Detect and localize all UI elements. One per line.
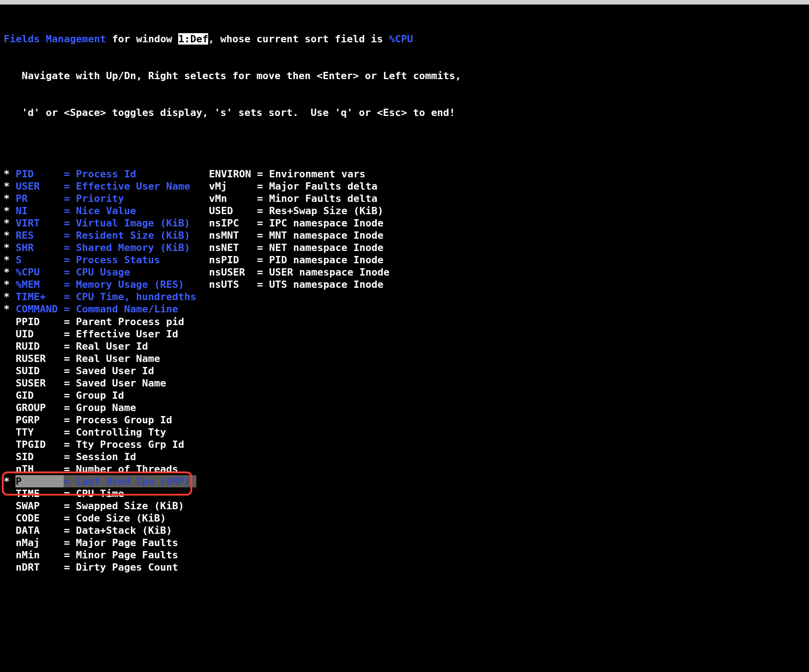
header-title: Fields Management (4, 33, 106, 45)
field-row[interactable]: nsUSER = USER namespace Inode (197, 266, 390, 278)
field-row[interactable]: * %CPU = CPU Usage (4, 266, 196, 278)
field-star (4, 328, 15, 340)
field-equal: = (64, 192, 75, 205)
field-row[interactable]: nDRT = Dirty Pages Count (4, 561, 196, 573)
field-row[interactable]: * SHR = Shared Memory (KiB) (4, 241, 196, 254)
field-desc: Effective User Id (76, 328, 178, 340)
field-desc: Saved User Name (76, 377, 166, 389)
field-row[interactable]: * %MEM = Memory Usage (RES) (4, 278, 196, 291)
field-equal: = (64, 303, 75, 315)
field-row[interactable]: PPID = Parent Process pid (4, 316, 196, 328)
field-desc: Swapped Size (KiB) (76, 500, 184, 512)
field-key: VIRT (15, 217, 64, 229)
field-desc: Controlling Tty (76, 426, 166, 438)
field-desc: Resident Size (KiB) (76, 229, 190, 241)
field-equal: = (257, 192, 269, 205)
field-row[interactable]: nsPID = PID namespace Inode (197, 254, 390, 266)
field-key: CODE (15, 512, 64, 524)
field-star: * (4, 192, 15, 205)
field-row[interactable]: * COMMAND= Command Name/Line (4, 303, 196, 315)
field-key: SUSER (15, 377, 64, 389)
field-row[interactable]: * VIRT = Virtual Image (KiB) (4, 217, 196, 229)
field-row[interactable]: TTY = Controlling Tty (4, 426, 196, 438)
field-desc: Process Group Id (76, 414, 172, 426)
field-equal: = (64, 340, 75, 352)
field-equal: = (64, 512, 75, 524)
field-row[interactable]: * PID = Process Id (4, 168, 196, 180)
field-star: * (4, 217, 15, 229)
field-row[interactable]: * USER = Effective User Name (4, 180, 196, 192)
field-desc: Real User Id (76, 340, 148, 352)
field-row[interactable]: ENVIRON= Environment vars (197, 168, 390, 180)
help-line-2: 'd' or <Space> toggles display, 's' sets… (4, 106, 805, 119)
field-star (197, 278, 209, 291)
field-row[interactable]: PGRP = Process Group Id (4, 414, 196, 426)
field-row[interactable]: nsUTS = UTS namespace Inode (197, 278, 390, 291)
field-row[interactable]: nsIPC = IPC namespace Inode (197, 217, 390, 229)
field-row[interactable]: * PR = Priority (4, 192, 196, 205)
sort-field: %CPU (389, 33, 413, 45)
field-equal: = (64, 537, 75, 549)
field-star: * (4, 229, 15, 241)
field-row[interactable]: * S = Process Status (4, 254, 196, 266)
field-row[interactable]: RUSER = Real User Name (4, 352, 196, 365)
field-row[interactable]: * TIME+ = CPU Time, hundredths (4, 291, 196, 303)
field-key: RES (15, 229, 64, 241)
field-row[interactable]: * NI = Nice Value (4, 205, 196, 217)
field-equal: = (64, 561, 75, 573)
field-row[interactable]: nsNET = NET namespace Inode (197, 241, 390, 254)
field-row[interactable]: SUSER = Saved User Name (4, 377, 196, 389)
field-row[interactable]: TIME = CPU Time (4, 487, 196, 500)
field-star (197, 192, 209, 205)
field-row[interactable]: nTH = Number of Threads (4, 463, 196, 475)
field-equal: = (64, 377, 75, 389)
field-row[interactable]: nMin = Minor Page Faults (4, 549, 196, 561)
field-row[interactable]: nsMNT = MNT namespace Inode (197, 229, 390, 241)
field-key: %MEM (15, 278, 64, 291)
field-equal: = (64, 389, 75, 401)
field-row[interactable]: GROUP = Group Name (4, 401, 196, 414)
field-row[interactable]: * RES = Resident Size (KiB) (4, 229, 196, 241)
field-row[interactable]: CODE = Code Size (KiB) (4, 512, 196, 524)
field-equal: = (257, 254, 269, 266)
field-row[interactable]: vMn = Minor Faults delta (197, 192, 390, 205)
field-star (4, 365, 15, 377)
field-equal: = (64, 500, 75, 512)
field-desc: Parent Process pid (76, 316, 184, 328)
field-star: * (4, 180, 15, 192)
field-key: SHR (15, 241, 64, 254)
field-desc: Shared Memory (KiB) (76, 241, 190, 254)
field-equal: = (64, 278, 75, 291)
field-desc: NET namespace Inode (269, 241, 384, 254)
field-key: DATA (15, 524, 64, 537)
field-row[interactable]: DATA = Data+Stack (KiB) (4, 524, 196, 537)
field-row[interactable]: RUID = Real User Id (4, 340, 196, 352)
field-star (4, 451, 15, 463)
field-row[interactable]: SUID = Saved User Id (4, 365, 196, 377)
field-desc: MNT namespace Inode (269, 229, 384, 241)
field-row[interactable]: UID = Effective User Id (4, 328, 196, 340)
field-key: P (15, 475, 64, 487)
field-key: vMn (209, 192, 257, 205)
field-star (4, 537, 15, 549)
terminal-area[interactable]: Fields Management for window 1:Def, whos… (0, 5, 809, 586)
field-desc: CPU Time, hundredths (76, 291, 196, 303)
field-row[interactable]: TPGID = Tty Process Grp Id (4, 438, 196, 451)
field-star (4, 487, 15, 500)
field-row[interactable]: GID = Group Id (4, 389, 196, 401)
field-row[interactable]: * P = Last Used Cpu (SMP) (4, 475, 196, 487)
field-equal: = (64, 291, 75, 303)
fields-column-1: * PID = Process Id* USER = Effective Use… (4, 168, 196, 574)
field-star (4, 389, 15, 401)
field-equal: = (64, 463, 75, 475)
field-row[interactable]: SWAP = Swapped Size (KiB) (4, 500, 196, 512)
field-row[interactable]: nMaj = Major Page Faults (4, 537, 196, 549)
field-row[interactable]: USED = Res+Swap Size (KiB) (197, 205, 390, 217)
field-star (4, 561, 15, 573)
field-row[interactable]: SID = Session Id (4, 451, 196, 463)
field-key: USED (209, 205, 257, 217)
field-desc: Tty Process Grp Id (76, 438, 184, 451)
fields-columns: * PID = Process Id* USER = Effective Use… (4, 168, 805, 574)
field-row[interactable]: vMj = Major Faults delta (197, 180, 390, 192)
field-key: USER (15, 180, 64, 192)
